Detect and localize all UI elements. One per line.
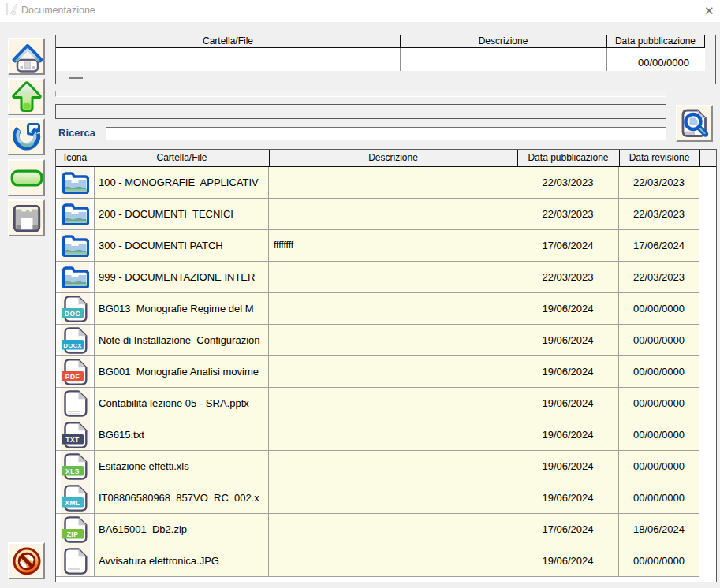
svg-text:DOCX: DOCX: [63, 341, 82, 348]
svg-text:DOC: DOC: [64, 309, 80, 317]
svg-text:XLS: XLS: [65, 467, 79, 474]
svg-text:TXT: TXT: [65, 435, 80, 443]
svg-text:XML: XML: [65, 498, 80, 506]
svg-text:ZIP: ZIP: [66, 530, 78, 538]
svg-text:PDF: PDF: [65, 372, 80, 380]
